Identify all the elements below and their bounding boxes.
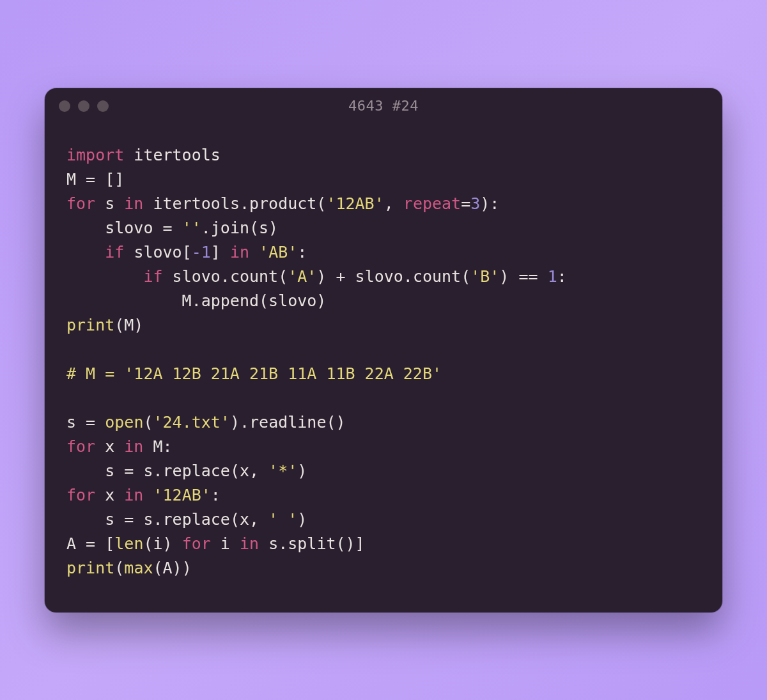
code-token: 3	[470, 194, 480, 213]
code-token: s	[66, 510, 124, 529]
code-token: print	[66, 559, 114, 577]
code-token: ''	[182, 219, 201, 237]
code-token: slovo.count(	[346, 267, 471, 286]
code-token: slovo[	[124, 243, 191, 261]
code-token: in	[240, 534, 259, 553]
code-token: in	[124, 194, 143, 213]
code-token: )	[499, 267, 518, 286]
code-token: if	[143, 267, 162, 286]
code-token: (A))	[153, 559, 191, 577]
code-token: =	[124, 462, 134, 480]
code-token: s	[95, 194, 124, 213]
code-token: :	[211, 486, 221, 504]
code-token: itertools.product(	[143, 194, 326, 213]
code-token: A	[66, 534, 86, 553]
code-line: M = []	[66, 167, 701, 192]
code-token: '24.txt'	[153, 413, 230, 432]
code-token	[249, 243, 259, 261]
code-line: for s in itertools.product('12AB', repea…	[66, 192, 701, 216]
code-token: x	[95, 486, 124, 504]
code-token: :	[557, 267, 567, 286]
code-token: =	[86, 534, 95, 553]
close-icon[interactable]	[59, 100, 70, 112]
code-token: 'AB'	[259, 243, 297, 261]
code-token	[66, 267, 143, 286]
code-token: for	[182, 534, 211, 553]
code-token: s.replace(x,	[134, 510, 268, 529]
code-area[interactable]: import itertoolsM = []for s in itertools…	[45, 124, 722, 612]
code-token: ).readline()	[230, 413, 346, 432]
code-token: s	[66, 462, 124, 480]
code-window: 4643 #24 import itertoolsM = []for s in …	[45, 88, 722, 612]
code-token: in	[124, 486, 143, 504]
code-token: itertools	[124, 146, 221, 164]
code-token: '12AB'	[153, 486, 210, 504]
code-token: -1	[192, 243, 211, 261]
code-token: =	[163, 219, 173, 237]
code-token: =	[86, 413, 95, 432]
code-token: []	[95, 170, 124, 189]
code-token: ==	[518, 267, 538, 286]
code-token: # M = '12A 12B 21A 21B 11A 11B 22A 22B'	[66, 364, 442, 383]
minimize-icon[interactable]	[78, 100, 89, 112]
code-token: for	[66, 486, 95, 504]
code-token: i	[211, 534, 240, 553]
code-line: for x in '12AB':	[66, 483, 701, 508]
code-token: for	[66, 437, 95, 456]
maximize-icon[interactable]	[97, 100, 109, 112]
code-token: ]	[211, 243, 230, 261]
code-token: =	[124, 510, 134, 529]
code-token: repeat	[403, 194, 461, 213]
code-token: M	[66, 170, 86, 189]
code-token: )	[316, 267, 336, 286]
code-token: )	[297, 462, 307, 480]
code-line: A = [len(i) for i in s.split()]	[66, 532, 701, 556]
titlebar: 4643 #24	[45, 88, 722, 124]
code-token: max	[124, 559, 153, 577]
code-token: '*'	[268, 462, 297, 480]
code-token	[66, 243, 105, 261]
window-title: 4643 #24	[45, 98, 722, 114]
code-token: ' '	[268, 510, 297, 529]
code-token: s.split()]	[259, 534, 365, 553]
code-token: slovo.count(	[163, 267, 288, 286]
code-token: =	[461, 194, 470, 213]
code-token: print	[66, 316, 114, 334]
code-token: (	[114, 559, 124, 577]
code-token: ,	[384, 194, 403, 213]
traffic-lights	[59, 100, 109, 112]
code-token: ):	[480, 194, 499, 213]
code-token: s.replace(x,	[134, 462, 268, 480]
code-token: )	[297, 510, 307, 529]
code-token: (i)	[143, 534, 182, 553]
code-token: 'B'	[470, 267, 499, 286]
code-line: s = open('24.txt').readline()	[66, 410, 701, 435]
code-line: import itertools	[66, 143, 701, 167]
code-token	[143, 486, 153, 504]
code-token: (	[143, 413, 153, 432]
code-token: (M)	[114, 316, 143, 334]
code-line: M.append(slovo)	[66, 289, 701, 313]
code-token	[95, 413, 105, 432]
code-token: M:	[143, 437, 172, 456]
code-token: import	[66, 146, 124, 164]
code-token: open	[105, 413, 143, 432]
code-token: '12AB'	[326, 194, 384, 213]
code-token: x	[95, 437, 124, 456]
code-token: 'A'	[288, 267, 316, 286]
code-line: s = s.replace(x, '*')	[66, 459, 701, 483]
code-token: s	[66, 413, 86, 432]
code-token: slovo	[66, 219, 163, 237]
code-line	[66, 338, 701, 362]
code-token: in	[124, 437, 143, 456]
code-token: len	[114, 534, 143, 553]
code-token: for	[66, 194, 95, 213]
code-token: +	[336, 267, 345, 286]
code-token: M.append(slovo)	[66, 292, 326, 310]
code-token: :	[297, 243, 307, 261]
code-token: [	[95, 534, 114, 553]
code-line: slovo = ''.join(s)	[66, 216, 701, 240]
code-line: s = s.replace(x, ' ')	[66, 508, 701, 532]
code-line	[66, 386, 701, 410]
code-token: if	[105, 243, 124, 261]
